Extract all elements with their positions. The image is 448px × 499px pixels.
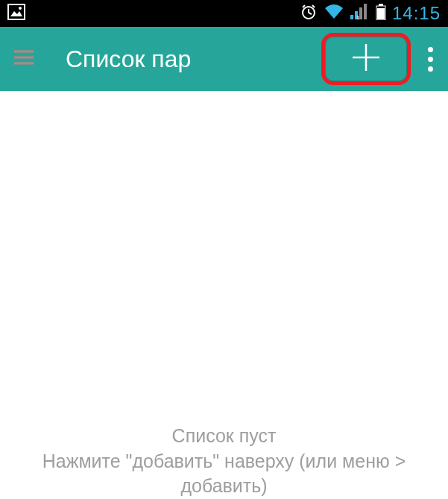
- overflow-menu-button[interactable]: [421, 40, 439, 78]
- svg-line-6: [303, 5, 305, 7]
- svg-rect-0: [8, 4, 25, 19]
- overflow-dot-icon: [428, 57, 433, 62]
- content-area: Список пуст Нажмите "добавить" наверху (…: [0, 91, 448, 499]
- svg-rect-8: [350, 15, 353, 19]
- empty-state-text: Список пуст Нажмите "добавить" наверху (…: [0, 424, 448, 499]
- status-left: [7, 4, 25, 23]
- svg-line-5: [309, 13, 312, 14]
- svg-rect-10: [359, 7, 362, 19]
- status-clock: 14:15: [392, 3, 441, 24]
- svg-rect-15: [377, 8, 385, 19]
- menu-button[interactable]: [9, 44, 39, 74]
- signal-icon: 1: [350, 4, 370, 23]
- empty-text-line2: Нажмите "добавить" наверху (или меню > д…: [4, 449, 444, 500]
- battery-icon: [376, 4, 386, 23]
- svg-rect-11: [364, 4, 367, 19]
- svg-marker-1: [10, 11, 22, 16]
- alarm-icon: [300, 3, 318, 24]
- app-bar: Список пар: [0, 27, 448, 91]
- plus-icon: [350, 41, 382, 77]
- wifi-icon: [324, 4, 344, 23]
- overflow-dot-icon: [428, 47, 433, 52]
- status-bar: 1 14:15: [0, 0, 448, 27]
- empty-text-line1: Список пуст: [4, 424, 444, 449]
- svg-line-7: [312, 5, 315, 7]
- page-title: Список пар: [66, 45, 321, 73]
- overflow-dot-icon: [428, 66, 433, 72]
- status-right: 1 14:15: [300, 3, 441, 24]
- svg-text:1: 1: [356, 14, 360, 20]
- add-button[interactable]: [321, 33, 411, 85]
- gallery-icon: [7, 4, 25, 23]
- hamburger-icon: [14, 50, 34, 68]
- svg-point-2: [19, 7, 22, 10]
